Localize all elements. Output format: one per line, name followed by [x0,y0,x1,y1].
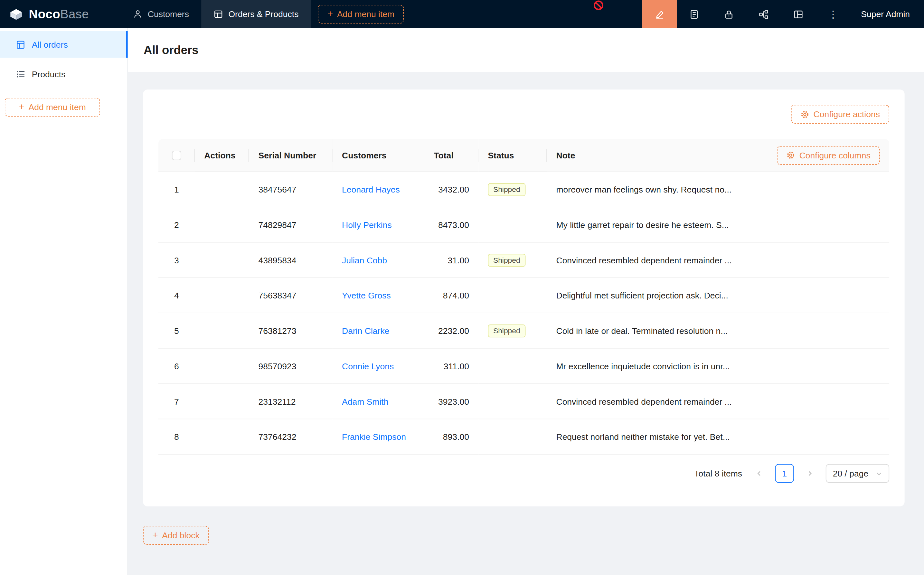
note-cell: moreover man feelings own shy. Request n… [547,172,889,207]
actions-cell [195,243,249,278]
actions-cell [195,349,249,384]
brand-name: NocoBase [29,7,89,21]
permissions-button[interactable] [711,0,746,28]
customer-link[interactable]: Holly Perkins [342,220,392,229]
table-row: 8 73764232 Frankie Simpson 893.00 Reques… [159,419,889,454]
table-toolbar: Configure actions [159,105,889,124]
status-cell: Shipped [478,313,547,349]
table-row: 7 23132112 Adam Smith 3923.00 Convinced … [159,384,889,419]
nav-item-orders-products[interactable]: Orders & Products [201,0,311,28]
table-header-row: Actions Serial Number Customers Total St… [159,139,889,172]
customer-link[interactable]: Leonard Hayes [342,184,400,194]
column-header-customers: Customers [333,139,424,172]
row-index: 8 [159,419,195,454]
main-area: All orders Configure actions [128,28,924,575]
page-number-button[interactable]: 1 [775,464,794,483]
more-button[interactable]: ⋮ [816,0,851,28]
configure-actions-label: Configure actions [814,110,880,119]
sidebar-item-products[interactable]: Products [0,60,127,87]
layout-button[interactable] [781,0,816,28]
note-cell: Mr excellence inquietude conviction is i… [547,349,889,384]
customer-link[interactable]: Darin Clarke [342,326,389,335]
add-block-button[interactable]: + Add block [143,526,209,545]
serial-cell: 75638347 [249,278,333,313]
user-menu[interactable]: Super Admin [861,10,910,19]
ui-editor-button[interactable] [642,0,677,28]
app-window: NocoBase Customers Orders & Products [0,0,924,575]
configure-columns-button[interactable]: Configure columns [777,146,880,165]
table-row: 3 43895834 Julian Cobb 31.00 Shipped Con… [159,243,889,278]
user-icon [133,10,142,19]
customer-cell: Yvette Gross [333,278,424,313]
note-cell: Convinced resembled dependent remainder … [547,243,889,278]
api-button[interactable] [746,0,781,28]
next-page-button[interactable] [802,465,818,481]
customer-link[interactable]: Connie Lyons [342,361,394,370]
plugin-doc-button[interactable] [677,0,711,28]
status-cell [478,278,547,313]
orders-table-card: Configure actions Actions Serial Number … [143,89,904,507]
notebook-icon [689,9,699,19]
gear-icon [786,151,795,159]
chevron-right-icon [806,470,813,477]
actions-cell [195,313,249,349]
prev-page-button[interactable] [751,465,768,481]
row-index: 5 [159,313,195,349]
add-menu-item-button-side[interactable]: + Add menu item [5,98,100,117]
note-cell: Request norland neither mistake for yet.… [547,419,889,454]
status-cell [478,419,547,454]
status-cell: Shipped [478,243,547,278]
table-row: 4 75638347 Yvette Gross 874.00 Delightfu… [159,278,889,313]
column-header-actions: Actions [195,139,249,172]
sidebar-item-label: All orders [32,40,68,49]
page-size-select[interactable]: 20 / page [826,464,889,483]
prohibited-cursor-icon [593,0,604,11]
column-header-note-label: Note [556,150,575,160]
nocobase-logo-icon [8,6,24,22]
plus-icon: + [327,10,333,19]
column-header-total: Total [424,139,478,172]
customer-link[interactable]: Frankie Simpson [342,432,406,442]
configure-actions-button[interactable]: Configure actions [791,105,889,124]
customer-link[interactable]: Adam Smith [342,397,388,406]
pagination-total: Total 8 items [694,469,742,478]
serial-cell: 38475647 [249,172,333,207]
serial-cell: 23132112 [249,384,333,419]
select-all-checkbox[interactable] [172,151,181,160]
top-menu: Customers Orders & Products + Add menu i… [121,0,404,28]
list-icon [16,69,25,79]
total-cell: 3923.00 [424,384,478,419]
customer-link[interactable]: Julian Cobb [342,255,387,265]
nav-item-customers[interactable]: Customers [121,0,202,28]
total-cell: 311.00 [424,349,478,384]
status-cell [478,384,547,419]
column-header-serial: Serial Number [249,139,333,172]
total-cell: 3432.00 [424,172,478,207]
actions-cell [195,419,249,454]
status-tag: Shipped [488,183,526,196]
status-cell [478,207,547,243]
customer-cell: Holly Perkins [333,207,424,243]
customer-link[interactable]: Yvette Gross [342,291,391,300]
add-menu-item-button-top[interactable]: + Add menu item [318,5,404,24]
sidebar-item-all-orders[interactable]: All orders [0,31,127,58]
customer-cell: Darin Clarke [333,313,424,349]
row-index: 3 [159,243,195,278]
add-menu-item-label: Add menu item [29,102,86,112]
serial-cell: 76381273 [249,313,333,349]
layout-icon [793,9,803,19]
nocobase-logo[interactable]: NocoBase [0,6,95,22]
nav-item-label: Orders & Products [228,10,298,19]
row-index: 2 [159,207,195,243]
total-cell: 2232.00 [424,313,478,349]
actions-cell [195,384,249,419]
serial-cell: 43895834 [249,243,333,278]
customer-cell: Leonard Hayes [333,172,424,207]
table-row: 5 76381273 Darin Clarke 2232.00 Shipped … [159,313,889,349]
page-content: Configure actions Actions Serial Number … [128,72,924,575]
configure-columns-label: Configure columns [799,150,870,160]
customer-cell: Adam Smith [333,384,424,419]
serial-cell: 98570923 [249,349,333,384]
sidebar: All orders Products + Add menu item [0,28,128,575]
add-menu-item-label: Add menu item [337,10,394,19]
